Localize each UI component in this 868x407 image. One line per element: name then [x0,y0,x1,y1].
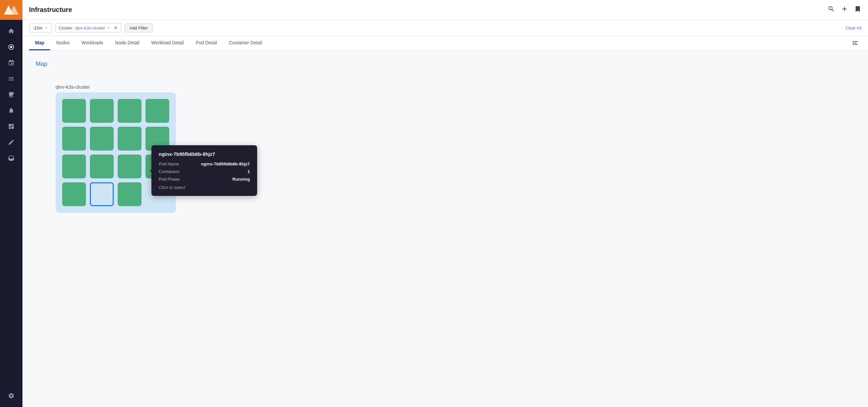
cluster-filter-value: qlvv-k3s-cluster [75,26,105,30]
sidebar-item-storage[interactable] [4,151,19,166]
topbar-icons [828,5,861,14]
cluster-filter[interactable]: Cluster: qlvv-k3s-cluster ✕ [55,23,121,32]
panel-toggle-icon[interactable] [849,37,861,50]
pod-block[interactable] [118,154,142,178]
tab-workloads[interactable]: Workloads [75,36,109,50]
cluster-visualization: qlvv-k3s-cluster [56,84,176,213]
sidebar-item-home[interactable] [4,24,19,38]
main-content: Infrastructure -15m Cluster: qlvv-k3s-cl… [23,0,868,407]
tooltip-pod-phase-label: Pod Phase [159,177,180,182]
filter-bar: -15m Cluster: qlvv-k3s-cluster ✕ Add Fil… [23,20,868,36]
tooltip-cta[interactable]: Click to select [159,185,250,190]
sidebar-item-topology[interactable] [4,56,19,70]
sidebar-bottom [4,384,19,407]
tab-workload-detail[interactable]: Workload Detail [146,36,190,50]
tooltip-pod-phase-row: Pod Phase Running [159,177,250,182]
add-filter-button[interactable]: Add Filter [125,24,153,32]
clear-all-button[interactable]: Clear All [845,26,861,30]
page-title: Infrastructure [29,6,828,13]
sidebar-item-infrastructure[interactable] [4,40,19,54]
pod-block[interactable] [118,127,142,150]
splunk-logo[interactable] [0,0,23,20]
cluster-filter-label: Cluster: [59,26,74,30]
sidebar [0,0,23,407]
pod-block-selected[interactable] [90,182,114,206]
content-area: Map qlvv-k3s-cluster [23,51,868,407]
pod-block[interactable] [62,99,86,123]
tooltip-containers-value: 1 [248,169,250,174]
sidebar-nav [4,20,19,384]
tooltip-containers-row: Containers 1 [159,169,250,174]
sidebar-item-list[interactable] [4,71,19,86]
pod-block[interactable] [62,154,86,178]
sidebar-item-settings[interactable] [4,388,19,403]
tab-pod-detail[interactable]: Pod Detail [190,36,223,50]
pod-block[interactable] [62,182,86,206]
sidebar-item-edit[interactable] [4,135,19,150]
pod-block[interactable] [90,99,114,123]
svg-point-0 [10,46,12,48]
map-section-title: Map [36,61,855,67]
tab-node-detail[interactable]: Node Detail [109,36,145,50]
tooltip-pod-name-value: nginx-7b95fb6b6b-8hjz7 [201,162,250,167]
sidebar-item-server[interactable] [4,87,19,102]
sidebar-item-alerts[interactable] [4,103,19,118]
pod-block[interactable] [118,182,142,206]
tab-container-detail[interactable]: Container Detail [223,36,268,50]
pod-block[interactable] [118,99,142,123]
tab-nodes[interactable]: Nodes [50,36,75,50]
pod-block[interactable] [90,127,114,150]
time-filter-value: -15m [33,26,43,30]
tooltip-containers-label: Containers [159,169,180,174]
pod-block[interactable] [62,127,86,150]
time-filter[interactable]: -15m [29,24,52,32]
tooltip-title: nginx-7b95fb6b6b-8hjz7 [159,151,250,157]
topbar: Infrastructure [23,0,868,20]
add-icon[interactable] [841,5,848,14]
search-icon[interactable] [828,5,835,14]
tab-bar: Map Nodes Workloads Node Detail Workload… [23,36,868,51]
pod-block[interactable] [146,99,169,123]
tab-map[interactable]: Map [29,36,50,50]
pod-tooltip: nginx-7b95fb6b6b-8hjz7 Pod Name nginx-7b… [151,145,257,196]
tooltip-pod-name-label: Pod Name [159,162,179,167]
tooltip-pod-phase-value: Running [232,177,250,182]
sidebar-item-dashboards[interactable] [4,119,19,134]
cluster-name-label: qlvv-k3s-cluster [56,84,176,90]
tooltip-pod-name-row: Pod Name nginx-7b95fb6b6b-8hjz7 [159,162,250,167]
pod-block[interactable] [90,154,114,178]
bookmark-icon[interactable] [854,5,861,14]
cluster-filter-close[interactable]: ✕ [114,25,118,30]
